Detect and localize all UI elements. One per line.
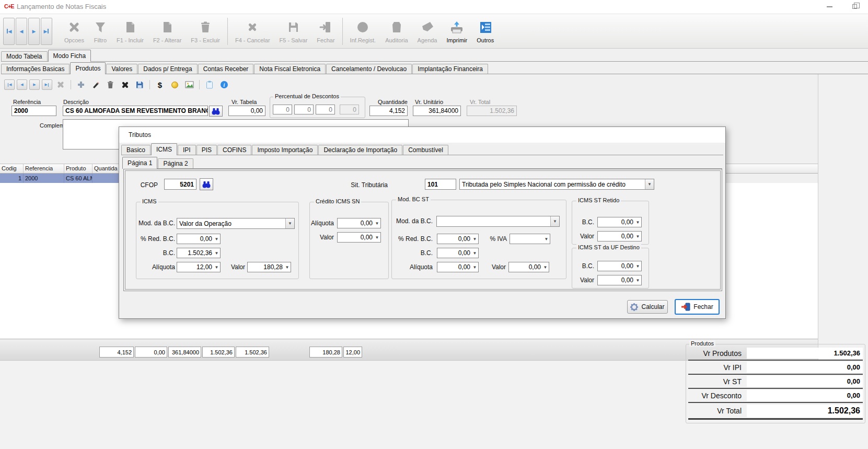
sit-tributaria-code-input[interactable]: 101 <box>425 179 456 190</box>
chevron-down-icon[interactable]: ▼ <box>471 237 478 241</box>
toolbar-opcoes-button[interactable]: Opcoes <box>60 16 89 47</box>
grid-column-referencia[interactable]: Referencia <box>24 164 64 173</box>
tab-valores[interactable]: Valores <box>106 64 137 74</box>
tab-pagina-1[interactable]: Página 1 <box>122 157 157 169</box>
tab-contas-receber[interactable]: Contas Receber <box>198 64 254 74</box>
toolbar-filtro-button[interactable]: Filtro <box>89 16 112 47</box>
price-button[interactable]: $ <box>154 79 166 90</box>
nav-first-button[interactable]: ◀ <box>3 18 15 45</box>
chevron-down-icon[interactable]: ▼ <box>374 235 380 240</box>
chevron-down-icon[interactable]: ▼ <box>471 265 478 270</box>
toolbar-excluir-button[interactable]: F3 - Excluir <box>186 16 225 47</box>
chevron-down-icon[interactable]: ▼ <box>634 220 641 225</box>
delete-record-button[interactable] <box>104 79 117 90</box>
grid-column-codigo[interactable]: Codig <box>0 164 24 173</box>
tools-button[interactable] <box>54 79 67 90</box>
chevron-down-icon[interactable]: ▼ <box>285 218 294 228</box>
desconto3-input[interactable]: 0 <box>316 105 335 114</box>
toolbar-fechar-button[interactable]: Fechar <box>312 16 339 47</box>
tab-basico[interactable]: Basico <box>121 145 151 155</box>
chevron-down-icon[interactable]: ▼ <box>550 216 559 226</box>
chevron-down-icon[interactable]: ▼ <box>634 278 641 283</box>
retido-bc-spin[interactable]: 0,00▼ <box>597 217 642 227</box>
toolbar-auditoria-button[interactable]: Auditoria <box>380 16 412 47</box>
nav-first-button[interactable]: ◀ <box>4 79 15 90</box>
desconto4-input[interactable]: 0 <box>340 105 359 114</box>
tab-imposto-importacao[interactable]: Imposto Importação <box>252 145 318 155</box>
ufdest-bc-spin[interactable]: 0,00▼ <box>597 261 642 271</box>
tab-combustivel[interactable]: Combustível <box>403 145 448 155</box>
mod-bc-combo[interactable]: Valor da Operação ▼ <box>177 218 295 229</box>
chevron-down-icon[interactable]: ▼ <box>645 179 654 189</box>
bcst-mod-combo[interactable]: ▼ <box>436 216 560 227</box>
nav-next-button[interactable]: ▶ <box>28 18 40 45</box>
info-button[interactable]: i <box>218 79 230 90</box>
nav-last-button[interactable]: ▶ <box>42 79 52 90</box>
image-viewer-button[interactable] <box>183 79 195 90</box>
minimize-button[interactable] <box>821 2 837 11</box>
credito-aliquota-spin[interactable]: 0,00▼ <box>337 218 381 228</box>
tab-produtos[interactable]: Produtos <box>70 62 106 74</box>
search-product-button[interactable] <box>209 106 223 117</box>
vr-unitario-input[interactable]: 361,84000 <box>413 106 461 116</box>
chevron-down-icon[interactable]: ▼ <box>471 251 478 256</box>
aliquota-spin[interactable]: 12,00▼ <box>177 262 221 272</box>
cancel-record-button[interactable] <box>119 79 131 90</box>
credito-valor-spin[interactable]: 0,00▼ <box>337 232 381 243</box>
clipboard-button[interactable] <box>203 79 216 90</box>
nav-prev-button[interactable]: ◀ <box>16 18 27 45</box>
bcst-valor-spin[interactable]: 0,00▼ <box>508 262 549 272</box>
valor-spin[interactable]: 180,28▼ <box>247 262 291 272</box>
bcst-red-spin[interactable]: 0,00▼ <box>437 234 479 244</box>
tab-informacoes-basicas[interactable]: Informações Basicas <box>1 64 70 74</box>
restore-button[interactable] <box>847 2 862 11</box>
iva-spin[interactable]: ▼ <box>510 234 550 244</box>
bcst-aliquota-spin[interactable]: 0,00▼ <box>437 262 479 272</box>
chevron-down-icon[interactable]: ▼ <box>284 265 291 270</box>
toolbar-incluir-button[interactable]: F1 - Incluir <box>112 16 148 47</box>
tab-pis[interactable]: PIS <box>196 145 217 155</box>
toolbar-alterar-button[interactable]: F2 - Alterar <box>148 16 186 47</box>
desconto2-input[interactable]: 0 <box>294 105 314 114</box>
toolbar-cancelar-button[interactable]: F4 - Cancelar <box>230 16 275 47</box>
bcst-bc-spin[interactable]: 0,00▼ <box>437 248 479 258</box>
chevron-down-icon[interactable]: ▼ <box>634 264 641 269</box>
referencia-input[interactable]: 2000 <box>11 106 56 116</box>
coin-button[interactable] <box>168 79 181 90</box>
chevron-down-icon[interactable]: ▼ <box>213 251 220 256</box>
toolbar-imprimir-button[interactable]: Imprimir <box>442 16 472 47</box>
tab-cancelamento-devolucao[interactable]: Cancelamento / Devolucao <box>326 64 412 74</box>
retido-valor-spin[interactable]: 0,00▼ <box>597 231 642 241</box>
desconto1-input[interactable]: 0 <box>273 105 292 114</box>
tab-ipi[interactable]: IPI <box>178 145 196 155</box>
chevron-down-icon[interactable]: ▼ <box>634 234 641 239</box>
tab-nota-fiscal-eletronica[interactable]: Nota Fiscal Eletronica <box>254 64 326 74</box>
descricao-input[interactable]: CS 60 ALMOFADA SEM REVESTIMENTO BRANCO ( <box>63 106 208 116</box>
toolbar-agenda-button[interactable]: Agenda <box>413 16 442 47</box>
toolbar-salvar-button[interactable]: F5 - Salvar <box>275 16 313 47</box>
tab-icms[interactable]: ICMS <box>151 143 177 155</box>
red-bc-spin[interactable]: 0,00▼ <box>177 234 221 244</box>
toolbar-infregist-button[interactable]: Inf.Regist. <box>345 16 381 47</box>
tab-dados-entrega[interactable]: Dados p/ Entrega <box>138 64 197 74</box>
add-record-button[interactable] <box>75 79 87 90</box>
grid-column-produto[interactable]: Produto <box>64 164 92 173</box>
vr-tabela-input[interactable]: 0,00 <box>228 106 265 116</box>
nav-next-button[interactable]: ▶ <box>29 79 40 90</box>
calcular-button[interactable]: Calcular <box>627 300 668 314</box>
chevron-down-icon[interactable]: ▼ <box>543 237 550 241</box>
search-cfop-button[interactable] <box>200 178 213 190</box>
ufdest-valor-spin[interactable]: 0,00▼ <box>597 275 642 285</box>
tab-pagina-2[interactable]: Página 2 <box>158 158 193 168</box>
tab-modo-tabela[interactable]: Modo Tabela <box>1 51 48 61</box>
nav-prev-button[interactable]: ◀ <box>17 79 27 90</box>
chevron-down-icon[interactable]: ▼ <box>542 265 549 270</box>
tab-modo-ficha[interactable]: Modo Ficha <box>48 50 91 62</box>
nav-last-button[interactable]: ▶ <box>41 18 52 45</box>
edit-record-button[interactable] <box>89 79 102 90</box>
fechar-dialog-button[interactable]: Fechar <box>675 299 720 315</box>
chevron-down-icon[interactable]: ▼ <box>213 237 220 241</box>
tab-declaracao-importacao[interactable]: Declaração de Importação <box>318 145 402 155</box>
bc-spin[interactable]: 1.502,36▼ <box>177 248 221 258</box>
sit-tributaria-combo[interactable]: Tributada pelo Simples Nacional com perm… <box>459 179 654 190</box>
